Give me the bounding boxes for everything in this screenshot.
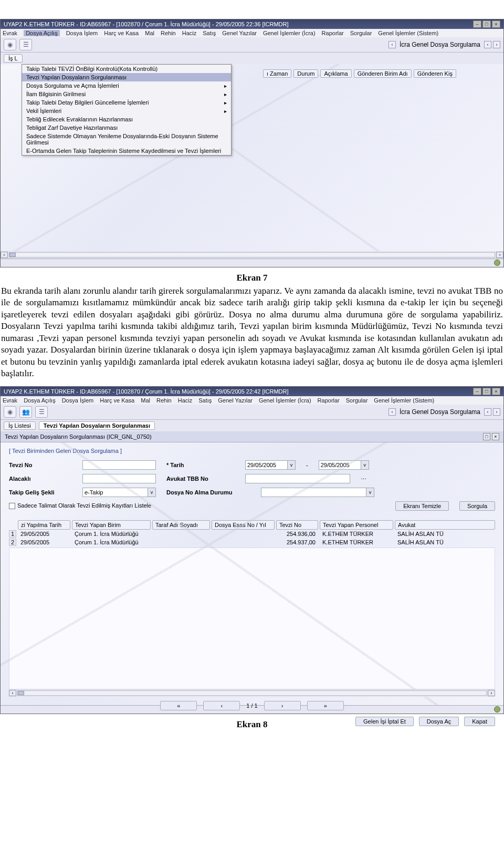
cancel-incoming-button[interactable]: Gelen İşi İptal Et bbox=[355, 717, 414, 726]
date-from-input[interactable]: 29/05/2005 bbox=[245, 460, 287, 470]
column-header[interactable]: ı Zaman bbox=[263, 69, 291, 78]
dropdown-item[interactable]: Takip Talebi Detay Bilgileri Güncelleme … bbox=[22, 98, 231, 107]
column-header[interactable]: Dosya Esas No / Yıl bbox=[212, 520, 275, 530]
menu-item[interactable]: Raporlar bbox=[318, 397, 340, 404]
dropdown-item[interactable]: E-Ortamda Gelen Takip Taleplerinin Siste… bbox=[22, 147, 231, 155]
dropdown-item[interactable]: Dosya Sorgulama ve Açma İşlemleri▸ bbox=[22, 81, 231, 90]
column-header[interactable]: Tevzi No bbox=[276, 520, 318, 530]
tab-is-listesi[interactable]: İş L bbox=[4, 54, 23, 63]
menu-item[interactable]: Dosya İşlem bbox=[66, 30, 98, 36]
menu-item[interactable]: Genel Yazılar bbox=[218, 397, 253, 404]
menu-item[interactable]: Genel İşlemler (İcra) bbox=[259, 397, 311, 404]
menu-item[interactable]: Sorgular bbox=[350, 30, 372, 36]
menu-item[interactable]: Dosya Açılış bbox=[24, 30, 60, 36]
nav-next-button[interactable]: › bbox=[493, 408, 500, 416]
menu-item[interactable]: Rehin bbox=[156, 397, 172, 404]
dropdown-item[interactable]: Tebligat Zarf Davetiye Hazırlanması bbox=[22, 123, 231, 132]
column-header[interactable]: Tevzi Yapan Personel bbox=[320, 520, 393, 530]
column-header[interactable]: Taraf Adı Soyadı bbox=[152, 520, 210, 530]
column-header[interactable]: Açıklama bbox=[320, 69, 351, 78]
column-header[interactable]: zi Yapılma Tarih bbox=[18, 520, 70, 530]
table-row[interactable]: 2 29/05/2005 Çorum 1. İcra Müdürlüğü 254… bbox=[9, 538, 495, 546]
menu-item[interactable]: Evrak bbox=[3, 397, 17, 404]
panel-close-button[interactable]: × bbox=[492, 433, 499, 440]
menu-item[interactable]: Haciz bbox=[178, 397, 193, 404]
tevzi-no-input[interactable] bbox=[82, 460, 156, 470]
horizontal-scrollbar[interactable]: ‹ › bbox=[1, 251, 503, 259]
table-row[interactable]: 1 29/05/2005 Çorum 1. İcra Müdürlüğü 254… bbox=[9, 530, 495, 538]
toolbar-icon[interactable]: 👥 bbox=[19, 406, 32, 418]
scroll-thumb[interactable] bbox=[18, 691, 24, 695]
query-button[interactable]: Sorgula bbox=[459, 501, 495, 511]
maximize-button[interactable]: □ bbox=[482, 388, 491, 395]
nav-next-button[interactable]: › bbox=[493, 41, 500, 48]
clear-button[interactable]: Ekranı Temizle bbox=[395, 501, 449, 511]
date-to-input[interactable]: 29/05/2005 bbox=[319, 460, 361, 470]
pager-last-button[interactable]: » bbox=[307, 701, 344, 710]
scroll-right-button[interactable]: › bbox=[496, 252, 503, 258]
column-header[interactable]: Gönderen Birim Adı bbox=[354, 69, 412, 78]
tab-tevzi-sorgulama[interactable]: Tevzi Yapılan Dosyaların Sorgulanması bbox=[39, 421, 155, 430]
menu-item[interactable]: Rehin bbox=[161, 30, 176, 36]
dropdown-item[interactable]: İlam Bilgisinin Girilmesi▸ bbox=[22, 90, 231, 98]
nav-prev-button[interactable]: ‹ bbox=[388, 41, 396, 48]
menu-item[interactable]: Satış bbox=[203, 30, 216, 36]
dosya-no-alma-combo[interactable]: v bbox=[261, 488, 374, 497]
menu-item[interactable]: Mal bbox=[145, 30, 154, 36]
checkbox-icon[interactable] bbox=[9, 503, 15, 509]
dropdown-icon[interactable]: v bbox=[361, 460, 369, 470]
dropdown-item[interactable]: Takip Talebi TEVZİ ÖnBilgi Kontrolü(Kota… bbox=[22, 65, 231, 73]
takip-gelis-combo[interactable]: e-Takipv bbox=[82, 488, 156, 497]
close-button-bottom[interactable]: Kapat bbox=[464, 717, 495, 726]
dropdown-item[interactable]: Tevzi Yapılan Dosyaların Sorgulanması bbox=[22, 73, 231, 81]
panel-max-button[interactable]: □ bbox=[483, 433, 490, 440]
scroll-left-button[interactable]: ‹ bbox=[9, 690, 16, 696]
menu-item[interactable]: Satış bbox=[198, 397, 212, 404]
toolbar-icon[interactable]: ◉ bbox=[4, 406, 16, 418]
horizontal-scrollbar[interactable]: ‹ › bbox=[9, 689, 495, 697]
dropdown-item[interactable]: Tebliğ Edilecek Evraklarının Hazırlanmas… bbox=[22, 115, 231, 123]
open-file-button[interactable]: Dosya Aç bbox=[419, 717, 459, 726]
menu-item[interactable]: Evrak bbox=[3, 30, 17, 36]
pager-first-button[interactable]: « bbox=[160, 701, 197, 710]
alacakli-input[interactable] bbox=[82, 474, 156, 483]
column-header[interactable]: Durum bbox=[293, 69, 318, 78]
date-to-combo[interactable]: 29/05/2005v bbox=[319, 460, 369, 470]
menu-item[interactable]: Genel İşlemler (Sistem) bbox=[378, 30, 438, 36]
dropdown-icon[interactable]: v bbox=[366, 488, 374, 497]
scroll-left-button[interactable]: ‹ bbox=[1, 252, 8, 258]
maximize-button[interactable]: □ bbox=[482, 20, 491, 28]
menu-item[interactable]: Raporlar bbox=[322, 30, 344, 36]
close-button[interactable]: × bbox=[492, 388, 500, 395]
scroll-track[interactable] bbox=[9, 252, 495, 257]
pager-prev-button[interactable]: ‹ bbox=[203, 701, 240, 710]
takip-gelis-input[interactable]: e-Takip bbox=[82, 488, 148, 497]
menu-item[interactable]: Genel İşlemler (Sistem) bbox=[374, 397, 434, 404]
toolbar-icon[interactable]: ☰ bbox=[35, 406, 48, 418]
column-header[interactable]: Avukat bbox=[395, 520, 495, 530]
menu-item[interactable]: Genel İşlemler (İcra) bbox=[263, 30, 316, 36]
menu-item[interactable]: Genel Yazılar bbox=[222, 30, 257, 36]
nav-prev2-button[interactable]: ‹ bbox=[484, 41, 491, 48]
menu-item[interactable]: Harç ve Kasa bbox=[104, 30, 139, 36]
dropdown-icon[interactable]: v bbox=[148, 488, 156, 497]
lookup-button[interactable]: … bbox=[361, 474, 372, 483]
scroll-thumb[interactable] bbox=[9, 253, 16, 257]
menu-item[interactable]: Harç ve Kasa bbox=[100, 397, 134, 404]
date-from-combo[interactable]: 29/05/2005v bbox=[245, 460, 296, 470]
menu-item[interactable]: Sorgular bbox=[346, 397, 368, 404]
nav-prev-button[interactable]: ‹ bbox=[388, 408, 396, 416]
toolbar-icon[interactable]: ☰ bbox=[19, 39, 32, 50]
avukat-tbb-input[interactable] bbox=[245, 474, 350, 483]
dropdown-item[interactable]: Sadece Sistemde Olmayan Yenileme Dosyala… bbox=[22, 132, 231, 147]
tab-is-listesi[interactable]: İş Listesi bbox=[4, 421, 36, 430]
dosya-no-alma-input[interactable] bbox=[261, 488, 366, 497]
scroll-right-button[interactable]: › bbox=[488, 690, 495, 696]
dropdown-item[interactable]: Vekil İşlemleri▸ bbox=[22, 107, 231, 115]
nav-prev2-button[interactable]: ‹ bbox=[484, 408, 491, 416]
menu-item[interactable]: Haciz bbox=[182, 30, 197, 36]
dropdown-icon[interactable]: v bbox=[287, 460, 296, 470]
menu-item[interactable]: Dosya İşlem bbox=[62, 397, 94, 404]
menu-item[interactable]: Dosya Açılış bbox=[24, 397, 56, 404]
column-header[interactable]: Tevzi Yapan Birim bbox=[72, 520, 151, 530]
